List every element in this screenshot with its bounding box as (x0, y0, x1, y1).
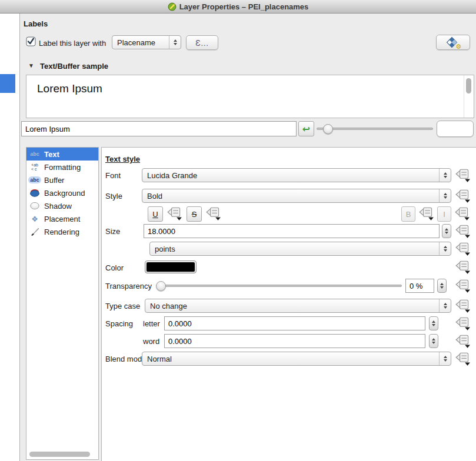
data-defined-override-icon[interactable] (418, 207, 435, 221)
color-label: Color (105, 263, 124, 272)
font-color-swatch[interactable] (145, 260, 197, 273)
dropdown-stepper-icon (169, 36, 181, 49)
data-defined-override-icon[interactable] (455, 335, 471, 349)
sample-size-slider-track[interactable] (317, 128, 433, 130)
label-this-layer-label: Label this layer with (39, 39, 106, 48)
reset-arrow-icon: ↩ (302, 123, 310, 135)
sample-section-title: Text/Buffer sample (40, 62, 108, 71)
blend-mode-dropdown[interactable]: Normal (142, 352, 451, 366)
word-spacing-input[interactable] (164, 334, 425, 348)
text-style-title: Text style (105, 155, 140, 163)
label-this-layer-checkbox[interactable] (26, 36, 36, 46)
data-defined-override-icon[interactable] (455, 352, 471, 366)
style-label: Style (105, 192, 122, 201)
window-title: Layer Properties – PEI_placenames (179, 2, 309, 11)
letter-spacing-input[interactable] (164, 316, 425, 330)
properties-tab-selected[interactable] (0, 74, 15, 93)
blend-mode-label: Blend mode (105, 355, 146, 363)
data-defined-override-icon[interactable] (455, 169, 471, 183)
list-scrollbar-thumb[interactable] (29, 452, 90, 457)
transparency-stepper[interactable] (437, 279, 447, 293)
preview-scrollbar-track (464, 75, 464, 118)
data-defined-override-icon[interactable] (455, 225, 471, 239)
labels-heading: Labels (24, 19, 48, 28)
data-defined-override-icon[interactable] (455, 260, 471, 275)
data-defined-override-icon[interactable] (455, 299, 471, 313)
qgis-logo-icon (168, 2, 177, 11)
preview-scrollbar-thumb[interactable] (466, 78, 471, 93)
strikeout-button[interactable]: S (187, 206, 202, 222)
title-bar[interactable]: Layer Properties – PEI_placenames (0, 0, 476, 14)
sample-text-input[interactable] (21, 121, 297, 136)
sample-scale-box[interactable] (437, 121, 474, 137)
word-label: word (143, 337, 159, 346)
sample-size-slider-handle[interactable] (323, 124, 333, 134)
label-preview-text: Lorem Ipsum (37, 82, 102, 95)
buffer-icon: abc (29, 176, 41, 183)
data-defined-override-icon[interactable] (205, 207, 222, 221)
dropdown-stepper-icon (439, 189, 451, 202)
shadow-icon (29, 202, 41, 210)
label-settings-list: abc Text +ab< c Formatting abc Buffer Ba… (26, 147, 99, 460)
size-stepper[interactable] (442, 224, 451, 238)
sidebar-item-rendering[interactable]: Rendering (26, 225, 98, 238)
label-field-value: Placename (117, 38, 155, 47)
sidebar-item-shadow[interactable]: Shadow (26, 199, 98, 212)
formatting-icon: +ab< c (29, 163, 41, 171)
sidebar-item-text[interactable]: abc Text (26, 148, 98, 161)
sidebar-item-placement[interactable]: ❖ Placement (26, 212, 98, 225)
style-dropdown[interactable]: Bold (142, 189, 451, 203)
abc-icon: abc (29, 151, 41, 157)
gear-icon: ⚙ (455, 43, 461, 51)
data-defined-override-icon[interactable] (455, 242, 471, 256)
italic-button[interactable]: I (437, 206, 451, 222)
letter-spacing-stepper[interactable] (429, 316, 438, 330)
dropdown-stepper-icon (439, 299, 451, 312)
data-defined-override-icon[interactable] (167, 207, 183, 221)
size-label: Size (105, 227, 120, 236)
data-defined-override-icon[interactable] (454, 207, 471, 221)
label-field-dropdown[interactable]: Placename (112, 35, 181, 49)
dropdown-stepper-icon (439, 169, 451, 182)
sidebar-item-formatting[interactable]: +ab< c Formatting (26, 161, 98, 173)
expression-builder-button[interactable]: Ɛ… (186, 35, 218, 50)
epsilon-icon: Ɛ… (195, 38, 208, 48)
data-defined-override-icon[interactable] (455, 279, 471, 293)
transparency-slider-track[interactable] (156, 285, 402, 287)
font-dropdown[interactable]: Lucida Grande (142, 168, 451, 182)
background-icon (29, 189, 41, 197)
sidebar-item-background[interactable]: Background (26, 186, 98, 199)
bold-button[interactable]: B (401, 206, 415, 222)
properties-tab-strip (0, 14, 20, 461)
spacing-label: Spacing (105, 319, 133, 328)
size-input[interactable] (144, 224, 440, 238)
type-case-label: Type case (105, 302, 140, 310)
dropdown-stepper-icon (439, 352, 451, 365)
label-engine-settings-button[interactable]: ⚙ (436, 35, 470, 50)
underline-button[interactable]: U (148, 206, 163, 222)
letter-label: letter (143, 319, 160, 328)
data-defined-override-icon[interactable] (455, 317, 471, 331)
reset-sample-button[interactable]: ↩ (298, 121, 314, 136)
type-case-dropdown[interactable]: No change (145, 299, 451, 313)
sidebar-item-buffer[interactable]: abc Buffer (26, 173, 98, 186)
data-defined-override-icon[interactable] (455, 189, 471, 203)
layer-properties-window: Layer Properties – PEI_placenames Labels… (0, 0, 476, 461)
placement-icon: ❖ (29, 215, 41, 223)
dropdown-stepper-icon (439, 242, 451, 255)
transparency-input[interactable] (405, 279, 434, 293)
font-label: Font (105, 171, 121, 180)
label-preview-box: Lorem Ipsum (26, 75, 474, 118)
collapse-triangle-icon[interactable]: ▼ (28, 62, 34, 69)
automated-placement-icon: ⚙ (446, 36, 460, 48)
transparency-label: Transparency (105, 282, 152, 290)
text-style-panel: Text style Font Lucida Grande Style Bold… (101, 147, 476, 461)
size-unit-dropdown[interactable]: points (149, 242, 451, 256)
word-spacing-stepper[interactable] (429, 334, 438, 348)
transparency-slider-handle[interactable] (156, 281, 166, 291)
rendering-icon (29, 227, 41, 236)
